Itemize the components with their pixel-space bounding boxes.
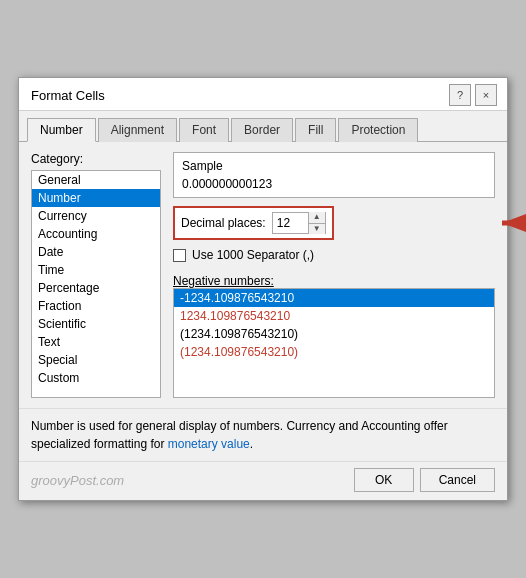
footer-bar: groovyPost.com OK Cancel: [19, 461, 507, 500]
decimal-input[interactable]: 12: [273, 216, 308, 230]
neg-item-1[interactable]: 1234.109876543210: [174, 307, 494, 325]
red-arrow-icon: [497, 203, 526, 243]
cancel-button[interactable]: Cancel: [420, 468, 495, 492]
tab-font[interactable]: Font: [179, 118, 229, 142]
category-item-fraction[interactable]: Fraction: [32, 297, 160, 315]
category-panel: Category: General Number Currency Accoun…: [31, 152, 161, 398]
help-button[interactable]: ?: [449, 84, 471, 106]
tab-alignment[interactable]: Alignment: [98, 118, 177, 142]
dialog-title: Format Cells: [31, 88, 105, 103]
monetary-link[interactable]: monetary value: [168, 437, 250, 451]
decimal-label: Decimal places:: [181, 216, 266, 230]
neg-item-2[interactable]: (1234.109876543210): [174, 325, 494, 343]
category-label: Category:: [31, 152, 161, 166]
separator-checkbox[interactable]: [173, 249, 186, 262]
separator-row: Use 1000 Separator (,): [173, 248, 495, 262]
ok-button[interactable]: OK: [354, 468, 414, 492]
description-text: Number is used for general display of nu…: [31, 419, 448, 451]
negative-label: Negative numbers:: [173, 274, 495, 288]
format-cells-dialog: Format Cells ? × Number Alignment Font B…: [18, 77, 508, 501]
watermark: groovyPost.com: [31, 473, 124, 488]
neg-item-0[interactable]: -1234.109876543210: [174, 289, 494, 307]
category-item-special[interactable]: Special: [32, 351, 160, 369]
main-content: Category: General Number Currency Accoun…: [19, 142, 507, 408]
category-list[interactable]: General Number Currency Accounting Date …: [31, 170, 161, 398]
category-item-text[interactable]: Text: [32, 333, 160, 351]
sample-label: Sample: [182, 159, 486, 173]
title-bar: Format Cells ? ×: [19, 78, 507, 111]
tab-border[interactable]: Border: [231, 118, 293, 142]
category-item-currency[interactable]: Currency: [32, 207, 160, 225]
decimal-row: Decimal places: 12 ▲ ▼: [173, 206, 334, 240]
category-item-percentage[interactable]: Percentage: [32, 279, 160, 297]
tab-protection[interactable]: Protection: [338, 118, 418, 142]
category-item-time[interactable]: Time: [32, 261, 160, 279]
tab-fill[interactable]: Fill: [295, 118, 336, 142]
close-button[interactable]: ×: [475, 84, 497, 106]
button-group: OK Cancel: [354, 468, 495, 492]
category-item-accounting[interactable]: Accounting: [32, 225, 160, 243]
decimal-input-wrap: 12 ▲ ▼: [272, 212, 326, 234]
neg-item-3[interactable]: (1234.109876543210): [174, 343, 494, 361]
category-item-scientific[interactable]: Scientific: [32, 315, 160, 333]
tab-bar: Number Alignment Font Border Fill Protec…: [19, 111, 507, 142]
decimal-spinner: ▲ ▼: [308, 212, 325, 234]
category-item-general[interactable]: General: [32, 171, 160, 189]
tab-number[interactable]: Number: [27, 118, 96, 142]
negative-list[interactable]: -1234.109876543210 1234.109876543210 (12…: [173, 288, 495, 398]
negative-section: Negative numbers: -1234.109876543210 123…: [173, 270, 495, 398]
sample-box: Sample 0.000000000123: [173, 152, 495, 198]
description-area: Number is used for general display of nu…: [19, 408, 507, 461]
title-controls: ? ×: [449, 84, 497, 106]
spin-up-button[interactable]: ▲: [309, 212, 325, 224]
spin-down-button[interactable]: ▼: [309, 224, 325, 235]
sample-value: 0.000000000123: [182, 177, 486, 191]
category-item-number[interactable]: Number: [32, 189, 160, 207]
category-item-custom[interactable]: Custom: [32, 369, 160, 387]
right-panel: Sample 0.000000000123 Decimal places: 12…: [173, 152, 495, 398]
category-item-date[interactable]: Date: [32, 243, 160, 261]
separator-label: Use 1000 Separator (,): [192, 248, 314, 262]
